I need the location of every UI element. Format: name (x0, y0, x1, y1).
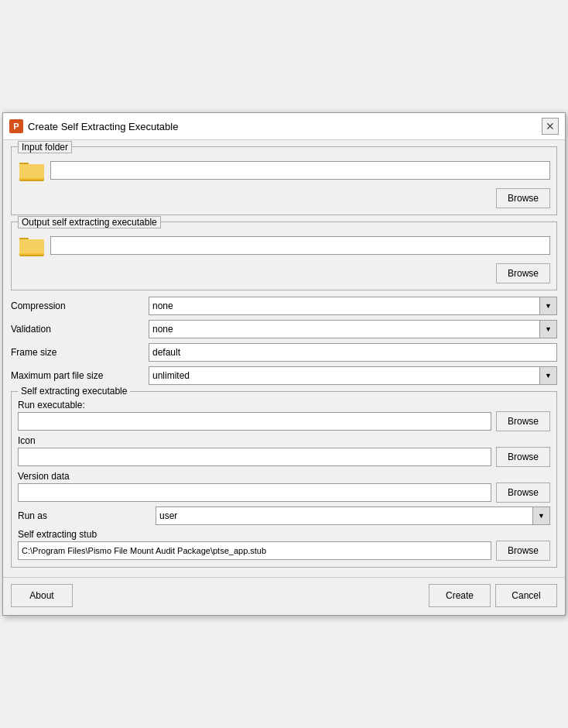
close-button[interactable]: ✕ (542, 118, 559, 135)
output-folder-browse-button[interactable]: Browse (496, 263, 550, 283)
frame-size-control (149, 343, 557, 362)
output-folder-group: Output self extracting executable Bro (11, 221, 557, 290)
run-as-row: Run as user administrator ▼ (18, 507, 550, 525)
compression-row: Compression none fast normal best ▼ (11, 297, 557, 315)
output-folder-icon (18, 232, 46, 259)
icon-browse-button[interactable]: Browse (496, 447, 550, 467)
max-part-size-label: Maximum part file size (11, 370, 142, 381)
max-part-size-row: Maximum part file size unlimited 1 MB 10… (11, 366, 557, 385)
icon-label: Icon (18, 435, 550, 446)
dialog-title: Create Self Extracting Executable (28, 121, 178, 132)
icon-input[interactable] (18, 448, 491, 466)
stub-section: Self extracting stub Browse (18, 529, 550, 561)
stub-label: Self extracting stub (18, 529, 550, 540)
input-folder-icon (18, 156, 46, 184)
icon-section: Icon Browse (18, 435, 550, 467)
run-executable-input[interactable] (18, 412, 491, 431)
svg-rect-3 (19, 164, 44, 178)
validation-select[interactable]: none crc32 md5 sha1 (149, 320, 557, 338)
self-extracting-legend: Self extracting executable (18, 386, 130, 397)
output-folder-input[interactable] (50, 236, 550, 255)
frame-size-row: Frame size (11, 343, 557, 362)
validation-select-wrap: none crc32 md5 sha1 ▼ (149, 320, 557, 338)
create-button[interactable]: Create (429, 584, 491, 607)
bottom-buttons: About Create Cancel (3, 577, 565, 615)
run-executable-browse-button[interactable]: Browse (496, 411, 550, 431)
run-as-select[interactable]: user administrator (156, 507, 550, 525)
validation-control: none crc32 md5 sha1 ▼ (149, 320, 557, 338)
version-data-label: Version data (18, 471, 550, 482)
compression-control: none fast normal best ▼ (149, 297, 557, 315)
input-folder-legend: Input folder (18, 141, 72, 153)
output-folder-legend: Output self extracting executable (18, 216, 161, 228)
validation-label: Validation (11, 324, 142, 335)
run-as-label: Run as (18, 510, 149, 521)
version-data-input[interactable] (18, 483, 491, 502)
run-as-select-wrap: user administrator ▼ (156, 507, 550, 525)
compression-label: Compression (11, 300, 142, 311)
about-button[interactable]: About (11, 584, 73, 607)
main-dialog: P Create Self Extracting Executable ✕ In… (2, 112, 566, 616)
cancel-button[interactable]: Cancel (495, 584, 557, 607)
app-icon: P (9, 119, 23, 133)
self-extracting-inner: Run executable: Browse Icon Browse (18, 400, 550, 561)
compression-select-wrap: none fast normal best ▼ (149, 297, 557, 315)
icon-row: Browse (18, 447, 550, 467)
svg-rect-7 (19, 239, 44, 253)
input-folder-input[interactable] (50, 161, 550, 180)
max-part-size-select-wrap: unlimited 1 MB 10 MB 100 MB 1 GB ▼ (149, 366, 557, 385)
version-data-section: Version data Browse (18, 471, 550, 503)
version-data-row: Browse (18, 482, 550, 503)
bottom-right-buttons: Create Cancel (429, 584, 557, 607)
bottom-left-buttons: About (11, 584, 73, 607)
input-folder-group: Input folder Browse (11, 146, 557, 215)
title-bar-left: P Create Self Extracting Executable (9, 119, 178, 133)
stub-browse-button[interactable]: Browse (496, 541, 550, 561)
self-extracting-group: Self extracting executable Run executabl… (11, 391, 557, 568)
settings-grid: Compression none fast normal best ▼ (11, 297, 557, 385)
output-folder-row (18, 232, 550, 259)
compression-select[interactable]: none fast normal best (149, 297, 557, 315)
validation-row: Validation none crc32 md5 sha1 ▼ (11, 320, 557, 338)
stub-row: Browse (18, 541, 550, 561)
max-part-size-select[interactable]: unlimited 1 MB 10 MB 100 MB 1 GB (149, 366, 557, 385)
run-executable-row: Browse (18, 411, 550, 431)
dialog-body: Input folder Browse (3, 140, 565, 574)
stub-path-input[interactable] (18, 541, 491, 560)
input-folder-browse-button[interactable]: Browse (496, 188, 550, 208)
frame-size-label: Frame size (11, 347, 142, 358)
title-bar: P Create Self Extracting Executable ✕ (3, 113, 565, 140)
version-data-browse-button[interactable]: Browse (496, 482, 550, 503)
run-executable-section: Run executable: Browse (18, 400, 550, 431)
run-executable-label: Run executable: (18, 400, 550, 410)
input-folder-row (18, 156, 550, 184)
frame-size-input (149, 343, 557, 362)
max-part-size-control: unlimited 1 MB 10 MB 100 MB 1 GB ▼ (149, 366, 557, 385)
run-as-control: user administrator ▼ (156, 507, 550, 525)
